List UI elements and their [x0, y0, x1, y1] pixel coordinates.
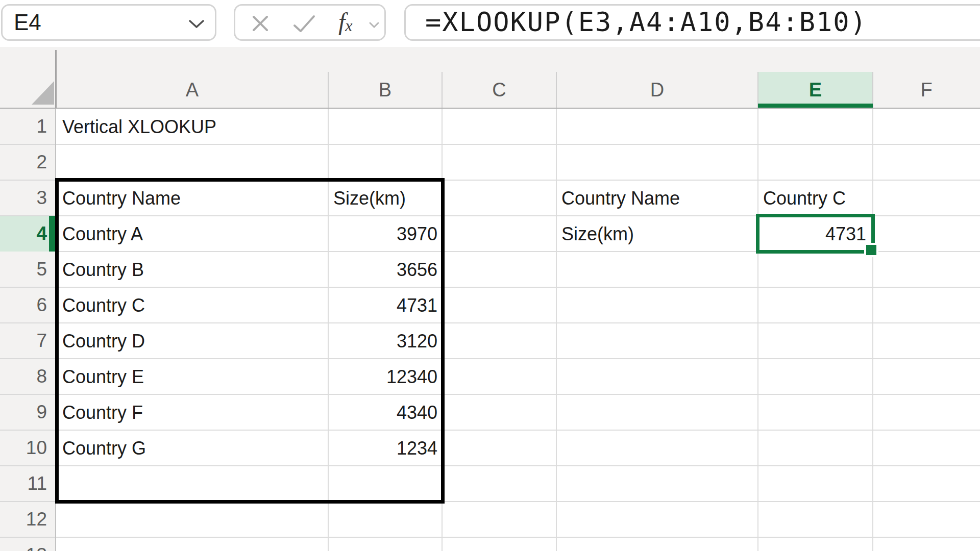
gridline	[0, 537, 980, 538]
gridline	[0, 430, 980, 431]
row-header-4[interactable]: 4	[0, 216, 47, 252]
cell-b9[interactable]: 4340	[328, 394, 437, 430]
column-header-d[interactable]: D	[556, 72, 758, 108]
gridline	[872, 109, 873, 551]
gridline	[0, 358, 980, 359]
enter-check-icon[interactable]	[292, 15, 316, 33]
header-separator	[328, 72, 329, 108]
cell-b3[interactable]: Size(km)	[333, 180, 406, 216]
fx-chevron-down-icon[interactable]	[369, 22, 379, 29]
gridline	[0, 287, 980, 288]
row-header-11[interactable]: 11	[0, 466, 47, 502]
cell-d4[interactable]: Size(km)	[561, 216, 634, 252]
gridline	[0, 322, 980, 323]
row-header-8[interactable]: 8	[0, 359, 47, 394]
cell-a4[interactable]: Country A	[62, 216, 143, 252]
name-box-value: E4	[14, 6, 41, 39]
row-header-13[interactable]: 13	[0, 537, 47, 551]
gridline	[757, 109, 758, 551]
chevron-down-icon[interactable]	[188, 20, 205, 29]
cell-b6[interactable]: 4731	[328, 287, 437, 323]
header-separator	[757, 72, 758, 108]
cell-a3[interactable]: Country Name	[62, 180, 181, 216]
row-header-5[interactable]: 5	[0, 252, 47, 287]
row-header-3[interactable]: 3	[0, 180, 47, 216]
active-cell-selection[interactable]	[756, 214, 875, 254]
cell-a6[interactable]: Country C	[62, 287, 145, 323]
row-header-12[interactable]: 12	[0, 502, 47, 537]
cell-a5[interactable]: Country B	[62, 252, 144, 287]
column-header-e[interactable]: E	[758, 72, 873, 108]
column-header-a[interactable]: A	[56, 72, 328, 108]
row-header-divider	[55, 50, 57, 108]
cell-b4[interactable]: 3970	[328, 216, 437, 252]
name-box[interactable]: E4	[1, 4, 216, 41]
formula-buttons: fx	[234, 4, 386, 41]
header-separator	[442, 72, 443, 108]
gridline	[0, 394, 980, 395]
cell-a9[interactable]: Country F	[62, 394, 143, 430]
cell-d3[interactable]: Country Name	[561, 180, 680, 216]
cell-a8[interactable]: Country E	[62, 359, 144, 394]
cell-b5[interactable]: 3656	[328, 252, 437, 287]
cell-b10[interactable]: 1234	[328, 430, 437, 466]
insert-function-button[interactable]: fx	[338, 6, 353, 44]
column-header-f[interactable]: F	[873, 72, 980, 108]
gridline	[0, 501, 980, 502]
row-header-7[interactable]: 7	[0, 323, 47, 359]
cell-a7[interactable]: Country D	[62, 323, 145, 359]
cell-b7[interactable]: 3120	[328, 323, 437, 359]
gridline	[556, 109, 557, 551]
formula-toolbar: E4 fx =XLOOKUP(E3,A4:A10,B4:B10)	[0, 0, 980, 47]
gridline	[0, 465, 980, 466]
row-header-9[interactable]: 9	[0, 394, 47, 430]
cell-b8[interactable]: 12340	[328, 359, 437, 394]
active-column-underline	[758, 104, 873, 108]
header-separator	[872, 72, 873, 108]
spreadsheet-grid: 1 2 3 4 5 6 7 8 9 10 11 12 13 Vertical X…	[0, 109, 980, 551]
select-all-triangle[interactable]	[32, 81, 54, 105]
active-row-bar	[49, 216, 55, 252]
column-header-c[interactable]: C	[442, 72, 556, 108]
cell-a1[interactable]: Vertical XLOOKUP	[62, 109, 216, 144]
formula-bar-input[interactable]: =XLOOKUP(E3,A4:A10,B4:B10)	[404, 4, 980, 41]
fill-handle[interactable]	[864, 243, 878, 257]
row-header-10[interactable]: 10	[0, 430, 47, 466]
cell-e3[interactable]: Country C	[763, 180, 846, 216]
header-separator	[556, 72, 557, 108]
row-header-column: 1 2 3 4 5 6 7 8 9 10 11 12 13	[0, 109, 56, 551]
row-header-1[interactable]: 1	[0, 109, 47, 144]
column-header-b[interactable]: B	[328, 72, 442, 108]
column-header-band: A B C D E F	[0, 47, 980, 109]
cancel-icon[interactable]	[251, 14, 270, 33]
row-header-2[interactable]: 2	[0, 144, 47, 180]
cell-a10[interactable]: Country G	[62, 430, 146, 466]
formula-text: =XLOOKUP(E3,A4:A10,B4:B10)	[425, 6, 867, 38]
gridline	[442, 109, 443, 551]
row-header-6[interactable]: 6	[0, 287, 47, 323]
